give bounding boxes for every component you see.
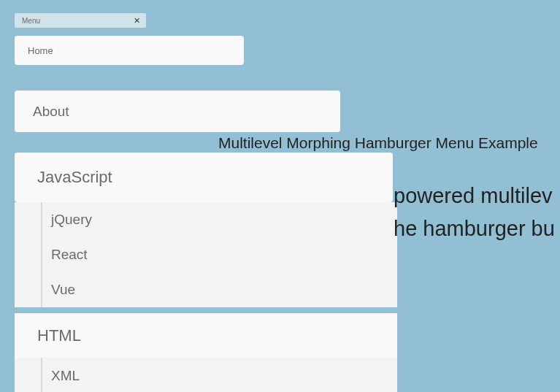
page-title: Multilevel Morphing Hamburger Menu Examp… bbox=[218, 134, 538, 152]
submenu-html: XML bbox=[15, 358, 397, 392]
menu-item-javascript[interactable]: JavaScript bbox=[15, 153, 393, 202]
submenu-inner: jQuery React Vue bbox=[41, 202, 397, 307]
close-icon[interactable]: ✕ bbox=[134, 17, 140, 25]
menu-item-home[interactable]: Home bbox=[15, 36, 244, 65]
description-line: powered multilev bbox=[394, 184, 553, 207]
menu-item-label: HTML bbox=[37, 326, 81, 345]
submenu-item-xml[interactable]: XML bbox=[42, 358, 397, 392]
page-description: powered multilev he hamburger bu bbox=[394, 180, 560, 245]
submenu-item-vue[interactable]: Vue bbox=[42, 272, 397, 307]
menu-item-label: Home bbox=[28, 45, 53, 56]
menu-header: Menu ✕ bbox=[15, 13, 146, 28]
submenu-item-jquery[interactable]: jQuery bbox=[42, 202, 397, 237]
menu-label: Menu bbox=[22, 17, 40, 25]
submenu-inner: XML bbox=[41, 358, 397, 392]
menu-item-html[interactable]: HTML bbox=[15, 313, 397, 358]
menu-item-label: JavaScript bbox=[37, 168, 112, 187]
menu-item-label: About bbox=[33, 104, 69, 120]
description-line: he hamburger bu bbox=[394, 217, 555, 240]
submenu-item-react[interactable]: React bbox=[42, 237, 397, 272]
menu-item-about[interactable]: About bbox=[15, 91, 340, 132]
submenu-javascript: jQuery React Vue bbox=[15, 202, 397, 307]
